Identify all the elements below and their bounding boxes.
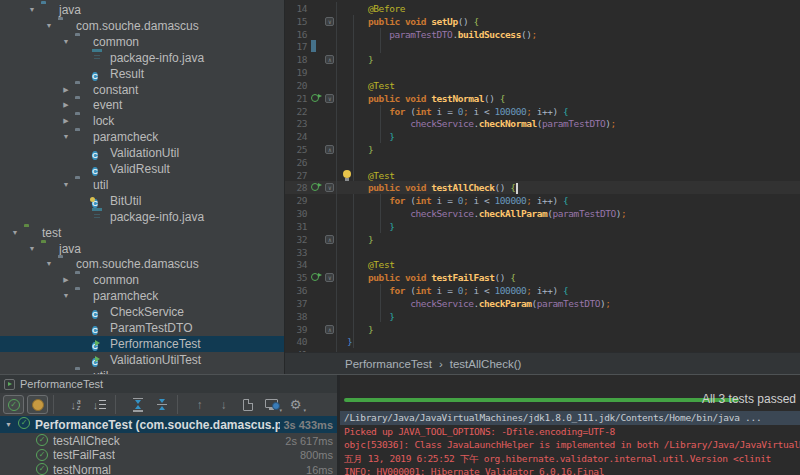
code-line-37[interactable]: 37 checkService.checkParam(paramTestDTO)… xyxy=(285,297,800,310)
run-test-gutter-icon[interactable] xyxy=(311,273,319,281)
project-tree-panel[interactable]: ▼java▼com.souche.damascus▼commonpackage-… xyxy=(0,0,285,375)
fold-close-icon[interactable]: ∧ xyxy=(325,55,334,64)
chevron-expanded-icon[interactable]: ▼ xyxy=(26,245,38,252)
tree-item-util[interactable]: ▼util xyxy=(0,177,285,193)
test-result-root[interactable]: ▼✓PerformanceTest (com.souche.damascus.p… xyxy=(0,416,337,433)
tree-item-validationutiltest[interactable]: CValidationUtilTest xyxy=(0,352,285,368)
breadcrumb-method[interactable]: testAllCheck() xyxy=(450,358,522,370)
code-line-20[interactable]: 20 @Test xyxy=(285,79,800,92)
collapse-all-button[interactable] xyxy=(151,395,172,414)
code-line-18[interactable]: 18∧ } xyxy=(285,53,800,66)
expand-all-button[interactable] xyxy=(127,395,148,414)
fold-open-icon[interactable]: ∨ xyxy=(325,183,334,192)
chevron-expanded-icon[interactable]: ▼ xyxy=(5,421,12,428)
fold-open-icon[interactable]: ∨ xyxy=(325,273,334,282)
tree-item-common[interactable]: ▼common xyxy=(0,34,285,50)
tree-item-package-info-java[interactable]: package-info.java xyxy=(0,209,285,225)
test-history-button[interactable]: ▾ xyxy=(261,395,282,414)
tree-item-com-souche-damascus[interactable]: ▼com.souche.damascus xyxy=(0,18,285,34)
chevron-expanded-icon[interactable]: ▼ xyxy=(43,22,55,29)
code-line-33[interactable]: 33 xyxy=(285,246,800,259)
tree-item-validresult[interactable]: CValidResult xyxy=(0,161,285,177)
code-line-24[interactable]: 24 } xyxy=(285,130,800,143)
tree-item-java[interactable]: ▼java xyxy=(0,2,285,18)
tree-item-bitutil[interactable]: CBitUtil xyxy=(0,193,285,209)
code-editor[interactable]: 14 @Before15∨ public void setUp() {16 pa… xyxy=(285,0,800,352)
code-line-17[interactable]: 17 xyxy=(285,40,800,53)
run-test-gutter-icon[interactable] xyxy=(311,94,319,102)
test-result-tree[interactable]: ▼✓PerformanceTest (com.souche.damascus.p… xyxy=(0,416,337,475)
run-test-gutter-icon[interactable] xyxy=(311,183,319,191)
settings-button[interactable]: ⚙▾ xyxy=(285,395,306,414)
code-line-34[interactable]: 34 @Test xyxy=(285,258,800,271)
tree-item-paramtestdto[interactable]: CParamTestDTO xyxy=(0,320,285,336)
code-line-14[interactable]: 14 @Before xyxy=(285,2,800,15)
code-line-25[interactable]: 25∧ } xyxy=(285,143,800,156)
test-result-testallcheck[interactable]: ✓testAllCheck2s 617ms xyxy=(0,433,337,448)
chevron-expanded-icon[interactable]: ▼ xyxy=(60,292,72,299)
tree-item-paramcheck[interactable]: ▼paramcheck xyxy=(0,129,285,145)
chevron-collapsed-icon[interactable]: ▶ xyxy=(60,117,72,125)
breadcrumb-class[interactable]: PerformanceTest xyxy=(345,358,432,370)
code-line-29[interactable]: 29 for (int i = 0; i < 100000; i++) { xyxy=(285,194,800,207)
code-line-27[interactable]: 27 @Test xyxy=(285,169,800,182)
tree-item-java[interactable]: ▼java xyxy=(0,241,285,257)
tree-item-constant[interactable]: ▶constant xyxy=(0,82,285,98)
chevron-collapsed-icon[interactable]: ▶ xyxy=(60,276,72,284)
code-line-35[interactable]: 35∨ public void testFailFast() { xyxy=(285,271,800,284)
fold-open-icon[interactable]: ∨ xyxy=(325,94,334,103)
tree-item-paramcheck[interactable]: ▼paramcheck xyxy=(0,288,285,304)
chevron-collapsed-icon[interactable]: ▶ xyxy=(60,86,72,94)
tree-item-com-souche-damascus[interactable]: ▼com.souche.damascus xyxy=(0,256,285,272)
fold-column: ∧ xyxy=(323,53,337,66)
code-line-21[interactable]: 21∨ public void testNormal() { xyxy=(285,92,800,105)
code-line-40[interactable]: 40} xyxy=(285,335,800,348)
test-duration: 3s 433ms xyxy=(283,419,333,431)
code-line-31[interactable]: 31 } xyxy=(285,220,800,233)
tree-item-checkservice[interactable]: CCheckService xyxy=(0,304,285,320)
chevron-expanded-icon[interactable]: ▼ xyxy=(9,229,21,236)
tree-item-event[interactable]: ▶event xyxy=(0,97,285,113)
code-line-30[interactable]: 30 checkService.checkAllParam(paramTestD… xyxy=(285,207,800,220)
code-line-22[interactable]: 22 for (int i = 0; i < 100000; i++) { xyxy=(285,105,800,118)
tree-item-validationutil[interactable]: CValidationUtil xyxy=(0,145,285,161)
chevron-collapsed-icon[interactable]: ▶ xyxy=(60,101,72,109)
fold-close-icon[interactable]: ∧ xyxy=(325,325,334,334)
chevron-expanded-icon[interactable]: ▼ xyxy=(60,181,72,188)
tree-item-lock[interactable]: ▶lock xyxy=(0,113,285,129)
code-line-38[interactable]: 38 } xyxy=(285,310,800,323)
tree-item-test[interactable]: ▼test xyxy=(0,225,285,241)
sort-by-duration-button[interactable]: ↓ xyxy=(89,395,110,414)
fold-open-icon[interactable]: ∨ xyxy=(325,17,334,26)
code-line-39[interactable]: 39∧ } xyxy=(285,323,800,336)
run-tab-label[interactable]: PerformanceTest xyxy=(20,378,103,390)
tree-item-package-info-java[interactable]: package-info.java xyxy=(0,50,285,66)
test-result-testfailfast[interactable]: ✓testFailFast800ms xyxy=(0,448,337,463)
fold-close-icon[interactable]: ∧ xyxy=(325,235,334,244)
show-passed-button[interactable]: ✓ xyxy=(3,395,24,414)
chevron-expanded-icon[interactable]: ▼ xyxy=(43,260,55,267)
previous-failed-test-button[interactable]: ↑ xyxy=(189,395,210,414)
code-line-28[interactable]: 28∨ public void testAllCheck() { xyxy=(285,181,800,194)
code-line-15[interactable]: 15∨ public void setUp() { xyxy=(285,15,800,28)
fold-close-icon[interactable]: ∧ xyxy=(325,145,334,154)
code-line-16[interactable]: 16 paramTestDTO.buildSuccess(); xyxy=(285,28,800,41)
code-line-36[interactable]: 36 for (int i = 0; i < 100000; i++) { xyxy=(285,284,800,297)
chevron-expanded-icon[interactable]: ▼ xyxy=(60,133,72,140)
chevron-expanded-icon[interactable]: ▼ xyxy=(60,38,72,45)
code-line-23[interactable]: 23 checkService.checkNormal(paramTestDTO… xyxy=(285,117,800,130)
test-result-testnormal[interactable]: ✓testNormal16ms xyxy=(0,462,337,475)
tree-item-common[interactable]: ▶common xyxy=(0,272,285,288)
show-ignored-button[interactable] xyxy=(27,395,48,414)
console-output[interactable]: All 3 tests passed /Library/Java/JavaVir… xyxy=(337,375,800,475)
intention-bulb-icon[interactable] xyxy=(343,170,351,178)
sort-alphabetically-button[interactable]: ↓az xyxy=(65,395,86,414)
chevron-expanded-icon[interactable]: ▼ xyxy=(26,6,38,13)
export-test-results-button[interactable] xyxy=(237,395,258,414)
tree-item-performancetest[interactable]: CPerformanceTest xyxy=(0,336,285,352)
code-line-32[interactable]: 32∧ } xyxy=(285,233,800,246)
code-line-19[interactable]: 19 xyxy=(285,66,800,79)
tree-item-result[interactable]: CResult xyxy=(0,66,285,82)
next-failed-test-button[interactable]: ↓ xyxy=(213,395,234,414)
code-line-26[interactable]: 26 xyxy=(285,156,800,169)
